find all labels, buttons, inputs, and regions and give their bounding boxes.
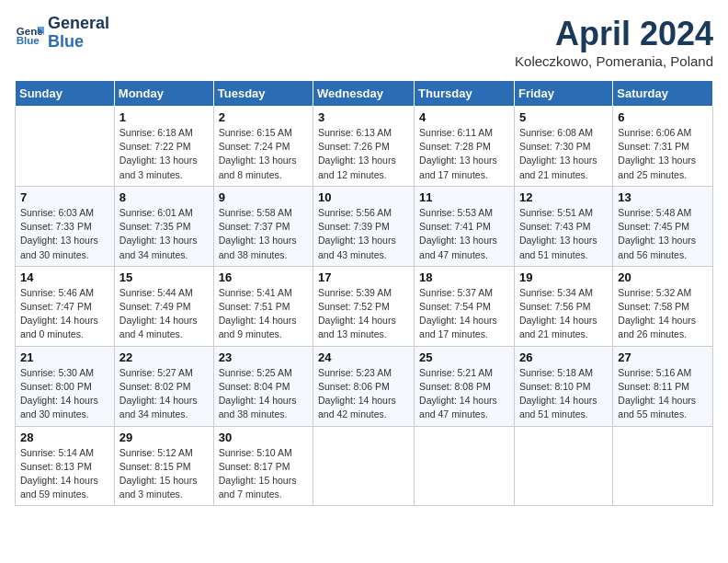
day-number: 8 xyxy=(119,190,209,204)
calendar-day-cell: 9Sunrise: 5:58 AMSunset: 7:37 PMDaylight… xyxy=(213,186,313,266)
calendar-day-cell xyxy=(16,107,115,187)
day-info: Sunrise: 5:18 AMSunset: 8:10 PMDaylight:… xyxy=(519,366,608,422)
calendar-day-cell: 8Sunrise: 6:01 AMSunset: 7:35 PMDaylight… xyxy=(114,186,213,266)
calendar-day-cell: 30Sunrise: 5:10 AMSunset: 8:17 PMDayligh… xyxy=(213,426,313,506)
calendar-day-cell: 4Sunrise: 6:11 AMSunset: 7:28 PMDaylight… xyxy=(415,107,515,187)
day-info: Sunrise: 5:14 AMSunset: 8:13 PMDaylight:… xyxy=(20,446,109,502)
calendar-day-cell: 28Sunrise: 5:14 AMSunset: 8:13 PMDayligh… xyxy=(16,426,115,506)
day-info: Sunrise: 6:01 AMSunset: 7:35 PMDaylight:… xyxy=(119,206,209,262)
day-number: 25 xyxy=(419,350,509,364)
calendar-day-cell: 5Sunrise: 6:08 AMSunset: 7:30 PMDaylight… xyxy=(514,107,612,187)
day-info: Sunrise: 5:58 AMSunset: 7:37 PMDaylight:… xyxy=(219,206,308,262)
calendar-day-cell: 6Sunrise: 6:06 AMSunset: 7:31 PMDaylight… xyxy=(613,107,713,187)
day-number: 15 xyxy=(119,270,209,284)
calendar-week-row: 14Sunrise: 5:46 AMSunset: 7:47 PMDayligh… xyxy=(16,266,713,346)
calendar-day-cell: 25Sunrise: 5:21 AMSunset: 8:08 PMDayligh… xyxy=(415,346,515,426)
day-number: 4 xyxy=(419,110,509,124)
day-info: Sunrise: 5:32 AMSunset: 7:58 PMDaylight:… xyxy=(618,286,708,342)
day-number: 21 xyxy=(20,350,109,364)
calendar-day-cell: 23Sunrise: 5:25 AMSunset: 8:04 PMDayligh… xyxy=(213,346,313,426)
day-number: 6 xyxy=(618,110,708,124)
day-number: 27 xyxy=(618,350,708,364)
day-info: Sunrise: 5:30 AMSunset: 8:00 PMDaylight:… xyxy=(20,366,109,422)
day-number: 20 xyxy=(618,270,708,284)
weekday-header-cell: Friday xyxy=(514,81,612,107)
day-number: 11 xyxy=(419,190,509,204)
day-info: Sunrise: 5:27 AMSunset: 8:02 PMDaylight:… xyxy=(119,366,209,422)
calendar-day-cell: 16Sunrise: 5:41 AMSunset: 7:51 PMDayligh… xyxy=(213,266,313,346)
calendar-day-cell: 10Sunrise: 5:56 AMSunset: 7:39 PMDayligh… xyxy=(313,186,415,266)
day-info: Sunrise: 5:39 AMSunset: 7:52 PMDaylight:… xyxy=(318,286,409,342)
day-info: Sunrise: 5:34 AMSunset: 7:56 PMDaylight:… xyxy=(519,286,608,342)
day-number: 24 xyxy=(318,350,409,364)
weekday-header-cell: Saturday xyxy=(613,81,713,107)
calendar-day-cell: 18Sunrise: 5:37 AMSunset: 7:54 PMDayligh… xyxy=(415,266,515,346)
day-info: Sunrise: 5:48 AMSunset: 7:45 PMDaylight:… xyxy=(618,206,708,262)
day-number: 12 xyxy=(519,190,608,204)
day-info: Sunrise: 6:13 AMSunset: 7:26 PMDaylight:… xyxy=(318,126,409,182)
day-number: 29 xyxy=(119,431,209,444)
day-info: Sunrise: 5:44 AMSunset: 7:49 PMDaylight:… xyxy=(119,286,209,342)
month-title: April 2024 xyxy=(515,15,713,53)
day-number: 23 xyxy=(219,350,308,364)
day-number: 1 xyxy=(119,110,209,124)
calendar-day-cell: 2Sunrise: 6:15 AMSunset: 7:24 PMDaylight… xyxy=(213,107,313,187)
calendar-day-cell: 13Sunrise: 5:48 AMSunset: 7:45 PMDayligh… xyxy=(613,186,713,266)
weekday-header-cell: Sunday xyxy=(16,81,115,107)
day-info: Sunrise: 6:15 AMSunset: 7:24 PMDaylight:… xyxy=(219,126,308,182)
weekday-header-row: SundayMondayTuesdayWednesdayThursdayFrid… xyxy=(16,81,713,107)
calendar-day-cell: 26Sunrise: 5:18 AMSunset: 8:10 PMDayligh… xyxy=(514,346,612,426)
day-info: Sunrise: 5:21 AMSunset: 8:08 PMDaylight:… xyxy=(419,366,509,422)
calendar-day-cell xyxy=(613,426,713,506)
day-number: 19 xyxy=(519,270,608,284)
calendar-day-cell: 24Sunrise: 5:23 AMSunset: 8:06 PMDayligh… xyxy=(313,346,415,426)
day-number: 5 xyxy=(519,110,608,124)
day-info: Sunrise: 6:06 AMSunset: 7:31 PMDaylight:… xyxy=(618,126,708,182)
day-number: 7 xyxy=(20,190,109,204)
calendar-week-row: 21Sunrise: 5:30 AMSunset: 8:00 PMDayligh… xyxy=(16,346,713,426)
calendar-week-row: 7Sunrise: 6:03 AMSunset: 7:33 PMDaylight… xyxy=(16,186,713,266)
day-number: 30 xyxy=(219,431,308,444)
day-info: Sunrise: 5:37 AMSunset: 7:54 PMDaylight:… xyxy=(419,286,509,342)
weekday-header-cell: Monday xyxy=(114,81,213,107)
calendar-day-cell: 27Sunrise: 5:16 AMSunset: 8:11 PMDayligh… xyxy=(613,346,713,426)
logo-text: General Blue xyxy=(48,15,109,52)
svg-text:Blue: Blue xyxy=(17,35,40,46)
calendar-day-cell: 1Sunrise: 6:18 AMSunset: 7:22 PMDaylight… xyxy=(114,107,213,187)
weekday-header-cell: Thursday xyxy=(415,81,515,107)
day-info: Sunrise: 5:10 AMSunset: 8:17 PMDaylight:… xyxy=(219,446,308,502)
day-number: 26 xyxy=(519,350,608,364)
calendar-day-cell: 21Sunrise: 5:30 AMSunset: 8:00 PMDayligh… xyxy=(16,346,115,426)
calendar-day-cell: 12Sunrise: 5:51 AMSunset: 7:43 PMDayligh… xyxy=(514,186,612,266)
calendar-week-row: 1Sunrise: 6:18 AMSunset: 7:22 PMDaylight… xyxy=(16,107,713,187)
calendar-day-cell xyxy=(313,426,415,506)
day-info: Sunrise: 5:16 AMSunset: 8:11 PMDaylight:… xyxy=(618,366,708,422)
day-info: Sunrise: 6:11 AMSunset: 7:28 PMDaylight:… xyxy=(419,126,509,182)
calendar-day-cell: 22Sunrise: 5:27 AMSunset: 8:02 PMDayligh… xyxy=(114,346,213,426)
day-info: Sunrise: 6:18 AMSunset: 7:22 PMDaylight:… xyxy=(119,126,209,182)
logo-icon: General Blue xyxy=(15,18,44,48)
day-number: 10 xyxy=(318,190,409,204)
calendar-week-row: 28Sunrise: 5:14 AMSunset: 8:13 PMDayligh… xyxy=(16,426,713,506)
day-number: 14 xyxy=(20,270,109,284)
page-header: General Blue General Blue April 2024 Kol… xyxy=(15,15,713,69)
calendar-day-cell: 14Sunrise: 5:46 AMSunset: 7:47 PMDayligh… xyxy=(16,266,115,346)
day-info: Sunrise: 5:56 AMSunset: 7:39 PMDaylight:… xyxy=(318,206,409,262)
calendar-day-cell: 3Sunrise: 6:13 AMSunset: 7:26 PMDaylight… xyxy=(313,107,415,187)
calendar-day-cell xyxy=(415,426,515,506)
day-info: Sunrise: 5:46 AMSunset: 7:47 PMDaylight:… xyxy=(20,286,109,342)
day-info: Sunrise: 5:23 AMSunset: 8:06 PMDaylight:… xyxy=(318,366,409,422)
day-number: 2 xyxy=(219,110,308,124)
calendar-day-cell xyxy=(514,426,612,506)
calendar-day-cell: 19Sunrise: 5:34 AMSunset: 7:56 PMDayligh… xyxy=(514,266,612,346)
calendar-table: SundayMondayTuesdayWednesdayThursdayFrid… xyxy=(15,80,713,506)
day-info: Sunrise: 5:12 AMSunset: 8:15 PMDaylight:… xyxy=(119,446,209,502)
weekday-header-cell: Wednesday xyxy=(313,81,415,107)
day-info: Sunrise: 5:25 AMSunset: 8:04 PMDaylight:… xyxy=(219,366,308,422)
day-info: Sunrise: 6:08 AMSunset: 7:30 PMDaylight:… xyxy=(519,126,608,182)
calendar-body: 1Sunrise: 6:18 AMSunset: 7:22 PMDaylight… xyxy=(16,107,713,506)
day-number: 16 xyxy=(219,270,308,284)
day-info: Sunrise: 5:51 AMSunset: 7:43 PMDaylight:… xyxy=(519,206,608,262)
calendar-day-cell: 17Sunrise: 5:39 AMSunset: 7:52 PMDayligh… xyxy=(313,266,415,346)
day-info: Sunrise: 6:03 AMSunset: 7:33 PMDaylight:… xyxy=(20,206,109,262)
